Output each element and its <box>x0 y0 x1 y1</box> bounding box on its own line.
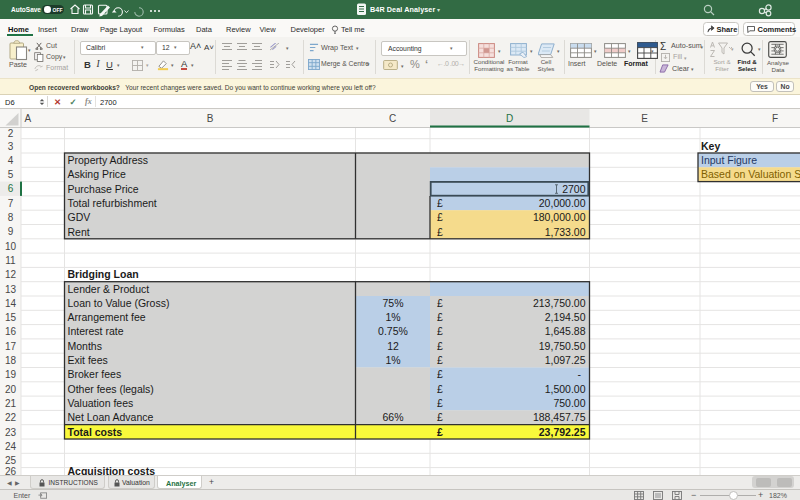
svg-text:Lender & Product: Lender & Product <box>68 282 150 294</box>
svg-text:A: A <box>25 113 32 124</box>
svg-text:20: 20 <box>5 383 17 394</box>
svg-text:14: 14 <box>5 297 17 308</box>
svg-text:22: 22 <box>5 412 17 423</box>
svg-text:3: 3 <box>8 140 14 151</box>
svg-text:19: 19 <box>5 369 17 380</box>
svg-text:7: 7 <box>8 197 14 208</box>
svg-text:19,750.50: 19,750.50 <box>539 339 586 351</box>
svg-text:Total costs: Total costs <box>68 425 123 437</box>
svg-text:26: 26 <box>5 466 17 475</box>
svg-text:£: £ <box>437 325 443 337</box>
svg-text:2700: 2700 <box>562 182 586 194</box>
svg-text:20,000.00: 20,000.00 <box>539 196 586 208</box>
svg-text:5: 5 <box>8 169 14 180</box>
svg-text:F: F <box>772 113 778 124</box>
svg-text:11: 11 <box>5 254 16 265</box>
svg-text:0.75%: 0.75% <box>378 325 408 337</box>
svg-text:23: 23 <box>5 426 17 437</box>
svg-text:24: 24 <box>5 440 17 451</box>
svg-text:Key: Key <box>701 139 720 151</box>
svg-text:213,750.00: 213,750.00 <box>533 296 586 308</box>
svg-text:£: £ <box>437 368 443 380</box>
svg-text:E: E <box>641 113 648 124</box>
svg-text:£: £ <box>437 225 443 237</box>
svg-text:1,733.00: 1,733.00 <box>545 225 586 237</box>
svg-text:10: 10 <box>5 240 17 251</box>
svg-text:Rent: Rent <box>68 225 90 237</box>
svg-text:Broker fees: Broker fees <box>68 368 122 380</box>
svg-text:Input Figure: Input Figure <box>701 154 757 166</box>
svg-text:£: £ <box>437 211 443 223</box>
svg-text:8: 8 <box>8 212 14 223</box>
svg-text:75%: 75% <box>382 296 403 308</box>
svg-text:D: D <box>506 113 513 124</box>
svg-text:£: £ <box>437 411 443 423</box>
svg-text:Months: Months <box>68 339 102 351</box>
svg-text:Based on Valuation Sh: Based on Valuation Sh <box>701 168 800 180</box>
svg-text:12: 12 <box>387 339 399 351</box>
svg-text:25: 25 <box>5 455 17 466</box>
svg-text:£: £ <box>437 354 443 366</box>
svg-text:£: £ <box>437 396 443 408</box>
svg-text:Total refurbishment: Total refurbishment <box>68 196 157 208</box>
svg-text:21: 21 <box>5 397 17 408</box>
svg-text:1,097.25: 1,097.25 <box>545 354 586 366</box>
svg-text:16: 16 <box>5 326 17 337</box>
svg-text:Other fees (legals): Other fees (legals) <box>68 382 154 394</box>
svg-text:15: 15 <box>5 312 17 323</box>
svg-text:£: £ <box>437 339 443 351</box>
svg-text:1%: 1% <box>385 354 400 366</box>
svg-text:Net Loan Advance: Net Loan Advance <box>68 411 154 423</box>
svg-text:Acquisition costs: Acquisition costs <box>68 464 156 475</box>
svg-text:Purchase Price: Purchase Price <box>68 182 139 194</box>
svg-text:Valuation fees: Valuation fees <box>68 396 134 408</box>
svg-text:Asking Price: Asking Price <box>68 168 127 180</box>
svg-text:188,457.75: 188,457.75 <box>533 411 586 423</box>
svg-text:£: £ <box>437 311 443 323</box>
svg-text:£: £ <box>437 296 443 308</box>
svg-text:Exit fees: Exit fees <box>68 354 108 366</box>
svg-text:66%: 66% <box>382 411 403 423</box>
svg-text:C: C <box>389 113 396 124</box>
svg-text:23,792.25: 23,792.25 <box>539 425 586 437</box>
svg-text:17: 17 <box>5 340 17 351</box>
svg-text:1,645.88: 1,645.88 <box>545 325 586 337</box>
svg-text:750.00: 750.00 <box>553 396 585 408</box>
svg-text:£: £ <box>437 382 443 394</box>
svg-text:Interest rate: Interest rate <box>68 325 124 337</box>
svg-text:B: B <box>207 113 214 124</box>
svg-text:£: £ <box>437 425 443 437</box>
svg-text:4: 4 <box>8 154 14 165</box>
svg-text:Loan to Value (Gross): Loan to Value (Gross) <box>68 296 170 308</box>
svg-text:Property Address: Property Address <box>68 154 149 166</box>
svg-text:Arrangement fee: Arrangement fee <box>68 311 146 323</box>
svg-text:18: 18 <box>5 355 17 366</box>
svg-text:Bridging Loan: Bridging Loan <box>68 268 139 280</box>
svg-text:2: 2 <box>8 128 14 139</box>
svg-text:13: 13 <box>5 283 17 294</box>
svg-text:1,500.00: 1,500.00 <box>545 382 586 394</box>
svg-text:6: 6 <box>8 183 14 194</box>
svg-text:£: £ <box>437 196 443 208</box>
svg-text:180,000.00: 180,000.00 <box>533 211 586 223</box>
svg-text:1%: 1% <box>385 311 400 323</box>
svg-text:GDV: GDV <box>68 211 91 223</box>
svg-text:2,194.50: 2,194.50 <box>545 311 586 323</box>
svg-text:-: - <box>578 368 582 380</box>
svg-text:12: 12 <box>5 269 17 280</box>
svg-text:9: 9 <box>8 226 14 237</box>
